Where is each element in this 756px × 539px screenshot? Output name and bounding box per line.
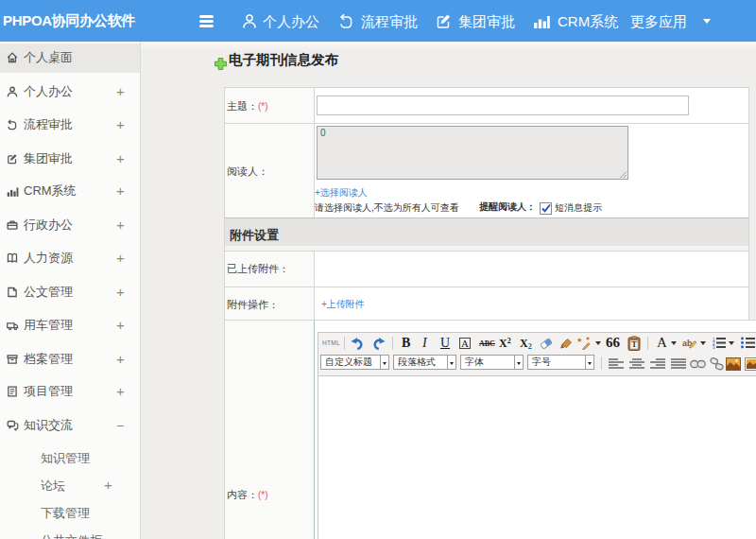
svg-text:T: T (631, 339, 637, 349)
svg-text:3: 3 (713, 345, 715, 349)
